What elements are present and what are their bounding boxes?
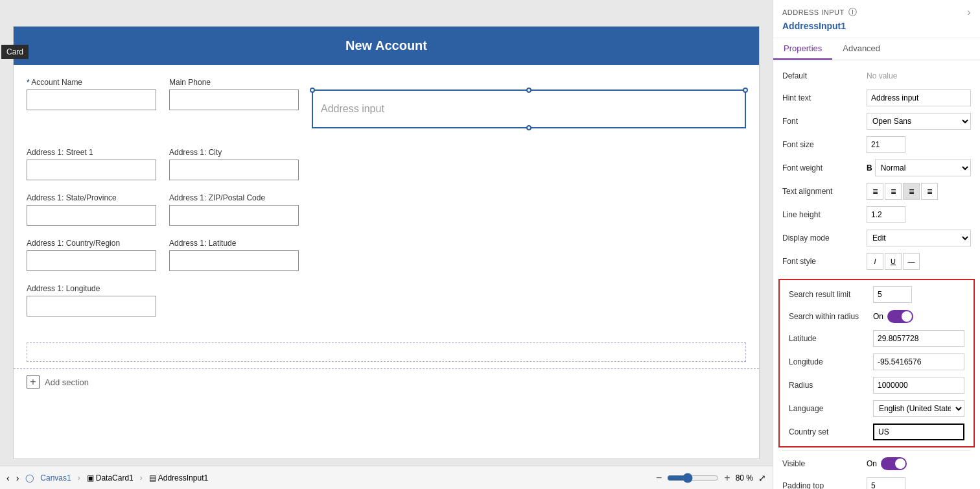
canvas-area: New Account Account Name Main Phone — [0, 0, 773, 489]
account-name-label: Account Name — [27, 78, 156, 87]
align-left-btn[interactable]: ≣ — [867, 183, 883, 200]
info-icon: ⓘ — [848, 6, 858, 18]
prop-font: Font Open Sans — [773, 110, 980, 133]
search-radius-on-label: On — [873, 312, 883, 321]
datacard-label[interactable]: DataCard1 — [96, 473, 134, 483]
prop-text-align: Text alignment ≣ ≣ ≣ ≣ — [773, 180, 980, 203]
handle-bm[interactable] — [526, 125, 531, 130]
handle-tr[interactable] — [743, 88, 748, 93]
padding-top-input[interactable] — [867, 477, 905, 489]
longitude-label: Longitude — [789, 357, 873, 366]
tab-advanced[interactable]: Advanced — [832, 38, 891, 60]
search-limit-label: Search result limit — [789, 290, 873, 299]
align-justify-btn[interactable]: ≣ — [921, 183, 938, 200]
underline-btn[interactable]: U — [885, 253, 902, 270]
line-height-label: Line height — [782, 210, 867, 219]
search-limit-input[interactable] — [873, 286, 912, 303]
address-input-icon: ▤ — [149, 473, 156, 483]
lon-input[interactable] — [27, 296, 156, 316]
prop-font-size: Font size — [773, 133, 980, 156]
tab-properties[interactable]: Properties — [773, 38, 832, 60]
latitude-input[interactable] — [873, 330, 964, 347]
prop-hint: Hint text — [773, 86, 980, 110]
main-phone-label: Main Phone — [169, 78, 299, 87]
state-input[interactable] — [27, 205, 156, 226]
visible-label: Visible — [782, 459, 867, 468]
account-name-field: Account Name — [27, 78, 156, 110]
lat-label: Address 1: Latitude — [169, 239, 299, 248]
zoom-plus[interactable]: + — [724, 472, 730, 484]
language-label: Language — [789, 404, 873, 413]
padding-top-label: Padding top — [782, 481, 867, 489]
state-field: Address 1: State/Province — [27, 193, 156, 226]
add-section[interactable]: + Add section — [14, 368, 759, 395]
main-phone-input[interactable] — [169, 89, 299, 110]
lat-field: Address 1: Latitude — [169, 239, 299, 271]
lon-field: Address 1: Longitude — [27, 284, 156, 316]
panel-close-btn[interactable]: › — [967, 6, 971, 18]
address-input-field[interactable]: Address input — [312, 89, 746, 128]
default-label: Default — [782, 71, 867, 80]
align-right-btn[interactable]: ≣ — [903, 183, 920, 200]
font-style-label: Font style — [782, 257, 867, 266]
zoom-slider[interactable] — [667, 473, 719, 483]
zip-input[interactable] — [169, 205, 299, 226]
strikethrough-btn[interactable]: — — [903, 253, 920, 270]
street1-input[interactable] — [27, 160, 156, 180]
prop-display-mode: Display mode Edit — [773, 226, 980, 250]
country-input[interactable] — [27, 250, 156, 271]
form-header: New Account — [14, 27, 759, 65]
right-panel: ADDRESS INPUT ⓘ › AddressInput1 Properti… — [773, 0, 980, 489]
font-weight-select[interactable]: Normal — [875, 160, 971, 176]
country-label: Address 1: Country/Region — [27, 239, 156, 248]
italic-btn[interactable]: I — [867, 253, 883, 270]
address-input-label[interactable]: AddressInput1 — [158, 473, 208, 483]
expand-icon[interactable]: ⤢ — [758, 473, 766, 483]
component-type-label: ADDRESS INPUT — [782, 8, 845, 16]
radius-input[interactable] — [873, 377, 964, 394]
search-radius-toggle[interactable] — [887, 310, 913, 323]
visible-toggle[interactable] — [881, 457, 907, 470]
city-input[interactable] — [169, 160, 299, 180]
canvas-breadcrumb[interactable]: Canvas1 — [40, 473, 71, 483]
panel-tabs: Properties Advanced — [773, 38, 980, 60]
search-radius-label: Search within radius — [789, 312, 873, 321]
prop-longitude: Longitude — [780, 350, 974, 374]
display-mode-select[interactable]: Edit — [867, 230, 971, 246]
font-select[interactable]: Open Sans — [867, 113, 971, 130]
font-size-label: Font size — [782, 140, 867, 149]
align-center-btn[interactable]: ≣ — [885, 183, 902, 200]
divider1 — [782, 276, 971, 276]
form-container: New Account Account Name Main Phone — [13, 26, 760, 459]
style-buttons: I U — — [867, 253, 920, 270]
longitude-input[interactable] — [873, 353, 964, 370]
country-set-input[interactable] — [873, 423, 964, 440]
prop-search-limit: Search result limit — [780, 283, 974, 306]
country-set-label: Country set — [789, 427, 873, 436]
back-btn[interactable]: ‹ — [6, 473, 10, 483]
align-buttons: ≣ ≣ ≣ ≣ — [867, 183, 938, 200]
lat-input[interactable] — [169, 250, 299, 271]
font-weight-label: Font weight — [782, 163, 867, 173]
hint-input[interactable] — [867, 89, 971, 106]
font-size-input[interactable] — [867, 136, 905, 153]
street1-field: Address 1: Street 1 — [27, 148, 156, 180]
zoom-minus[interactable]: − — [656, 472, 662, 484]
prop-padding-top: Padding top — [773, 474, 980, 489]
font-label: Font — [782, 117, 867, 126]
forward-btn[interactable]: › — [16, 473, 19, 483]
line-height-input[interactable] — [867, 206, 905, 223]
latitude-label: Latitude — [789, 334, 873, 343]
city-label: Address 1: City — [169, 148, 299, 157]
prop-font-style: Font style I U — — [773, 250, 980, 273]
datacard-breadcrumb: ▣ DataCard1 — [87, 473, 134, 483]
language-select[interactable]: English (United States) — [873, 400, 964, 417]
prop-language: Language English (United States) — [780, 397, 974, 420]
add-section-btn[interactable]: + — [27, 376, 40, 388]
handle-tm[interactable] — [526, 88, 531, 93]
handle-tl[interactable] — [310, 88, 315, 93]
prop-radius: Radius — [780, 374, 974, 397]
address-input-container[interactable]: Address input — [312, 89, 746, 135]
main-phone-field: Main Phone — [169, 78, 299, 110]
account-name-input[interactable] — [27, 89, 156, 110]
